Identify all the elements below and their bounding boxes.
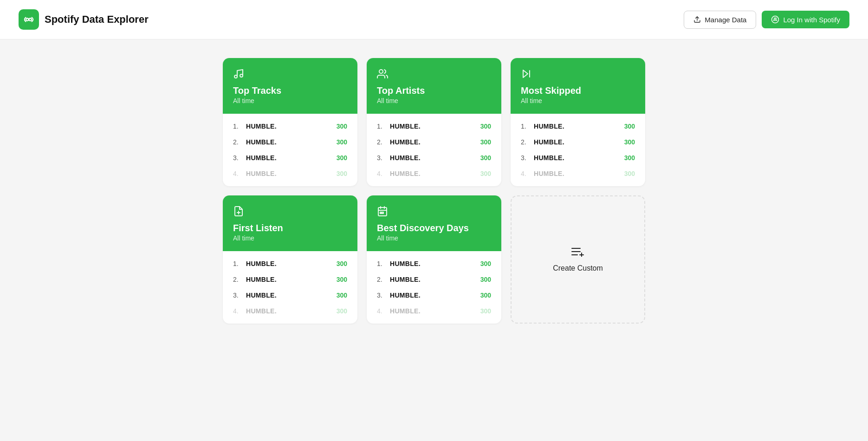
card-subtitle: All time: [377, 97, 491, 104]
header-actions: Manage Data Log In with Spotify: [684, 11, 849, 29]
track-name: HUMBLE.: [246, 260, 333, 267]
track-rank: 2.: [521, 138, 530, 146]
login-button[interactable]: Log In with Spotify: [762, 11, 849, 28]
manage-data-button[interactable]: Manage Data: [684, 11, 756, 29]
card-header-top-artists: Top Artists All time: [367, 58, 501, 114]
track-row: 3. HUMBLE. 300: [223, 150, 357, 166]
card-header-top-tracks: Top Tracks All time: [223, 58, 357, 114]
logo-area: Spotify Data Explorer: [19, 9, 684, 30]
svg-point-6: [379, 70, 383, 73]
card-title: First Listen: [233, 222, 347, 233]
card-header-best-discovery: Best Discovery Days All time: [367, 195, 501, 251]
track-rank: 4.: [233, 170, 242, 177]
track-count: 300: [337, 138, 347, 146]
main-content: Top Tracks All time 1. HUMBLE. 300 2. HU…: [0, 39, 868, 342]
skip-icon: [521, 68, 635, 81]
file-icon: [233, 206, 347, 219]
track-rank: 3.: [521, 154, 530, 162]
track-name: HUMBLE.: [246, 123, 333, 130]
track-count: 300: [480, 138, 491, 146]
track-row: 3. HUMBLE. 300: [367, 150, 501, 166]
track-count: 300: [337, 170, 347, 177]
upload-icon: [693, 16, 701, 23]
track-name: HUMBLE.: [246, 276, 333, 283]
track-row: 3. HUMBLE. 300: [511, 150, 645, 166]
track-count: 300: [337, 154, 347, 162]
spotify-icon: [771, 15, 779, 24]
card-top-tracks[interactable]: Top Tracks All time 1. HUMBLE. 300 2. HU…: [223, 58, 357, 186]
track-rank: 3.: [233, 292, 242, 299]
track-count: 300: [337, 276, 347, 283]
track-name: HUMBLE.: [390, 276, 477, 283]
track-count: 300: [480, 276, 491, 283]
track-row: 2. HUMBLE. 300: [223, 272, 357, 287]
card-best-discovery[interactable]: Best Discovery Days All time 1. HUMBLE. …: [367, 195, 501, 324]
track-count: 300: [337, 292, 347, 299]
svg-marker-7: [523, 70, 528, 78]
card-top-artists[interactable]: Top Artists All time 1. HUMBLE. 300 2. H…: [367, 58, 501, 186]
app-logo-icon: [19, 9, 39, 30]
track-row: 3. HUMBLE. 300: [367, 287, 501, 303]
cards-grid: Top Tracks All time 1. HUMBLE. 300 2. HU…: [223, 58, 645, 324]
svg-rect-15: [380, 212, 382, 214]
track-rank: 4.: [521, 170, 530, 177]
manage-data-label: Manage Data: [705, 16, 746, 24]
track-name: HUMBLE.: [390, 170, 477, 177]
track-count: 300: [480, 154, 491, 162]
card-first-listen[interactable]: First Listen All time 1. HUMBLE. 300 2. …: [223, 195, 357, 324]
create-custom-icon: [571, 246, 585, 259]
card-body-most-skipped: 1. HUMBLE. 300 2. HUMBLE. 300 3. HUMBLE.…: [511, 114, 645, 186]
card-body-top-tracks: 1. HUMBLE. 300 2. HUMBLE. 300 3. HUMBLE.…: [223, 114, 357, 186]
svg-point-4: [234, 75, 237, 78]
track-name: HUMBLE.: [246, 138, 333, 146]
track-name: HUMBLE.: [390, 307, 477, 315]
card-title: Best Discovery Days: [377, 222, 491, 233]
card-subtitle: All time: [233, 97, 347, 104]
track-count: 300: [337, 260, 347, 267]
track-count: 300: [624, 170, 635, 177]
track-rank: 3.: [377, 154, 386, 162]
track-row: 2. HUMBLE. 300: [367, 134, 501, 150]
track-name: HUMBLE.: [534, 154, 621, 162]
card-subtitle: All time: [233, 234, 347, 242]
login-label: Log In with Spotify: [783, 16, 840, 24]
track-name: HUMBLE.: [390, 154, 477, 162]
card-subtitle: All time: [377, 234, 491, 242]
card-body-first-listen: 1. HUMBLE. 300 2. HUMBLE. 300 3. HUMBLE.…: [223, 251, 357, 324]
track-name: HUMBLE.: [390, 292, 477, 299]
card-body-top-artists: 1. HUMBLE. 300 2. HUMBLE. 300 3. HUMBLE.…: [367, 114, 501, 186]
track-name: HUMBLE.: [534, 138, 621, 146]
track-rank: 2.: [233, 276, 242, 283]
track-name: HUMBLE.: [390, 138, 477, 146]
artists-icon: [377, 68, 491, 81]
card-header-first-listen: First Listen All time: [223, 195, 357, 251]
card-most-skipped[interactable]: Most Skipped All time 1. HUMBLE. 300 2. …: [511, 58, 645, 186]
track-row: 1. HUMBLE. 300: [223, 118, 357, 134]
music-icon: [233, 68, 347, 81]
track-row: 4. HUMBLE. 300: [367, 166, 501, 182]
track-rank: 2.: [233, 138, 242, 146]
track-count: 300: [624, 138, 635, 146]
track-row: 1. HUMBLE. 300: [367, 118, 501, 134]
track-count: 300: [480, 170, 491, 177]
track-count: 300: [624, 123, 635, 130]
card-header-most-skipped: Most Skipped All time: [511, 58, 645, 114]
card-title: Top Artists: [377, 85, 491, 96]
card-subtitle: All time: [521, 97, 635, 104]
track-row: 3. HUMBLE. 300: [223, 287, 357, 303]
track-count: 300: [624, 154, 635, 162]
track-count: 300: [337, 307, 347, 315]
track-name: HUMBLE.: [246, 292, 333, 299]
track-rank: 1.: [233, 260, 242, 267]
calendar-icon: [377, 206, 491, 219]
svg-rect-16: [382, 212, 383, 214]
track-name: HUMBLE.: [534, 123, 621, 130]
svg-point-3: [772, 16, 779, 23]
track-rank: 1.: [377, 260, 386, 267]
track-row: 4. HUMBLE. 300: [367, 303, 501, 319]
track-rank: 1.: [377, 123, 386, 130]
track-name: HUMBLE.: [390, 260, 477, 267]
track-count: 300: [480, 307, 491, 315]
create-custom-card[interactable]: Create Custom: [511, 195, 645, 324]
create-custom-label: Create Custom: [553, 264, 603, 272]
